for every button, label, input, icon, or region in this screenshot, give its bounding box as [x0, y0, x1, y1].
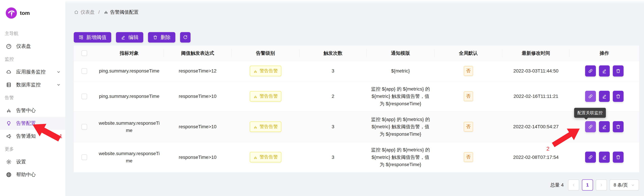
header-global-default: 全局默认: [434, 46, 502, 61]
sidebar-item-dashboard[interactable]: 仪表盘: [0, 40, 66, 53]
chevron-down-icon: [56, 83, 61, 87]
table-row: ping.summary.responseTime responseTime>1…: [74, 61, 639, 81]
edit-icon: [602, 68, 607, 74]
sidebar-item-alert-center[interactable]: 告警中心: [0, 104, 66, 117]
select-all-checkbox[interactable]: [82, 50, 87, 56]
row-checkbox[interactable]: [82, 68, 87, 74]
table-row: ping.summary.responseTime responseTime>1…: [74, 81, 639, 112]
header-actions: 操作: [570, 46, 639, 61]
grid-add-icon: [78, 35, 84, 40]
delete-row-button[interactable]: [613, 65, 624, 77]
row-checkbox[interactable]: [82, 124, 87, 130]
link-monitor-button[interactable]: [585, 121, 596, 132]
trash-icon: [153, 35, 158, 40]
times-value: 3: [300, 142, 366, 172]
times-value: 3: [300, 61, 366, 81]
breadcrumb-current: 告警阈值配置: [104, 9, 138, 15]
header-level: 告警级别: [232, 46, 300, 61]
row-actions: [573, 65, 636, 77]
refresh-button[interactable]: [180, 32, 190, 43]
bulb-icon: [6, 120, 12, 126]
chevron-down-icon: [631, 183, 635, 187]
sidebar-item-label: 告警通知: [16, 133, 61, 140]
global-default-badge: 否: [464, 66, 473, 76]
alarm-icon: [6, 107, 12, 114]
delete-row-button[interactable]: [613, 151, 624, 163]
chevron-right-icon: [599, 183, 604, 187]
row-checkbox[interactable]: [82, 154, 87, 160]
sidebar-item-label: 数据库监控: [16, 81, 56, 88]
nav-section-monitor: 监控: [0, 53, 66, 66]
sidebar-item-alert-notice[interactable]: 告警通知: [0, 130, 66, 143]
global-default-badge: 否: [464, 91, 473, 101]
sidebar-item-label: 应用服务监控: [16, 69, 56, 75]
header-metric: 指标对象: [95, 46, 164, 61]
row-actions: [573, 121, 636, 132]
header-times: 触发次数: [300, 46, 366, 61]
megaphone-icon: [6, 133, 12, 139]
new-threshold-button[interactable]: 新增阈值: [74, 32, 111, 43]
edit-row-button[interactable]: [599, 91, 610, 102]
toolbar: 新增阈值 编辑 删除: [74, 32, 644, 43]
table-row: website.summary.responseTime responseTim…: [74, 112, 639, 142]
page-size-value: 8 条/页: [614, 182, 628, 188]
link-icon: [588, 154, 593, 160]
pagination-total: 总量 4: [550, 182, 564, 188]
pagination-prev-button[interactable]: [568, 179, 579, 190]
delete-row-button[interactable]: [613, 91, 624, 102]
trash-icon: [616, 68, 621, 74]
level-label: 警告告警: [260, 67, 278, 75]
sidebar-item-settings[interactable]: 设置: [0, 155, 66, 168]
breadcrumb-separator: /: [98, 10, 100, 15]
chevron-left-icon: [572, 183, 576, 187]
global-default-badge: 否: [464, 122, 473, 132]
delete-label: 删除: [160, 34, 170, 41]
delete-row-button[interactable]: [613, 121, 624, 132]
sidebar: tom 主导航 仪表盘 监控 应用服务监控 数据库监控 告警 告警中心 告警配置: [0, 0, 66, 196]
logo-row: tom: [6, 8, 66, 19]
alarm-icon: [104, 10, 108, 15]
chevron-down-icon: [56, 70, 61, 74]
row-checkbox[interactable]: [82, 94, 87, 99]
breadcrumb-root-label: 仪表盘: [80, 9, 95, 15]
expression-value: responseTime>10: [164, 112, 232, 142]
cloud-icon: [6, 69, 12, 75]
sidebar-item-label: 告警中心: [16, 107, 61, 114]
link-monitor-button[interactable]: [585, 91, 596, 102]
row-actions: [573, 91, 636, 102]
row-actions: [573, 151, 636, 163]
pagination-page-1[interactable]: 1: [582, 179, 593, 190]
threshold-table-card: 指标对象 阈值触发表达式 告警级别 触发次数 通知模版 全局默认 最新修改时间 …: [74, 46, 639, 172]
bell-icon: [253, 124, 258, 129]
page-size-select[interactable]: 8 条/页: [610, 179, 639, 190]
table-row: website.summary.responseTime responseTim…: [74, 142, 639, 172]
delete-button[interactable]: 删除: [148, 32, 175, 43]
sidebar-item-alert-config[interactable]: 告警配置: [0, 117, 66, 130]
tooltip-link-monitor: 配置关联监控: [574, 108, 606, 118]
sidebar-item-help-center[interactable]: 帮助中心: [0, 168, 66, 181]
edit-icon: [602, 124, 607, 129]
breadcrumb-dashboard[interactable]: 仪表盘: [74, 9, 95, 15]
threshold-table: 指标对象 阈值触发表达式 告警级别 触发次数 通知模版 全局默认 最新修改时间 …: [74, 46, 639, 172]
expression-value: responseTime>12: [164, 61, 232, 81]
bell-icon: [253, 94, 258, 99]
sidebar-item-app-service-monitor[interactable]: 应用服务监控: [0, 66, 66, 78]
header-template: 通知模版: [366, 46, 434, 61]
link-monitor-button[interactable]: [585, 65, 596, 77]
edit-row-button[interactable]: [599, 65, 610, 77]
nav-section-more: 更多: [0, 143, 66, 155]
edit-row-button[interactable]: [599, 121, 610, 132]
database-icon: [6, 82, 12, 88]
header-expression: 阈值触发表达式: [164, 46, 232, 61]
level-badge: 警告告警: [250, 66, 281, 76]
edit-row-button[interactable]: [599, 151, 610, 163]
pagination-next-button[interactable]: [596, 179, 607, 190]
sidebar-item-label: 仪表盘: [16, 43, 61, 50]
sidebar-item-database-monitor[interactable]: 数据库监控: [0, 78, 66, 91]
metric-value: website.summary.responseTime: [98, 150, 160, 164]
modified-value: 2022-03-03T11:44:50: [502, 61, 570, 81]
edit-button[interactable]: 编辑: [116, 32, 143, 43]
link-monitor-button[interactable]: [585, 151, 596, 163]
template-value: 监控 ${app} 的 ${metrics} 的 ${metric} 触发阈值告…: [366, 81, 434, 112]
level-badge: 警告告警: [250, 152, 281, 162]
